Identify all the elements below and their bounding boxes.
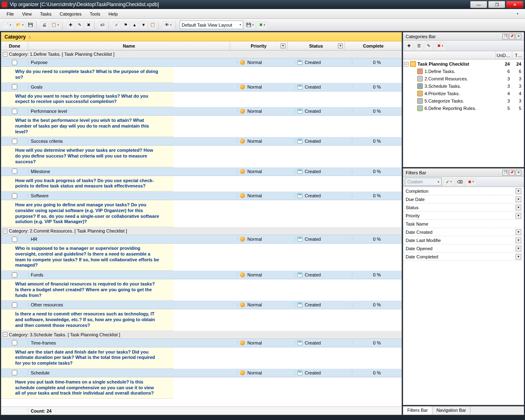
- expander-icon[interactable]: −: [3, 52, 7, 57]
- cell-priority[interactable]: Normal: [237, 169, 295, 174]
- close-button[interactable]: ✕: [506, 1, 523, 8]
- panel-maximize-button[interactable]: ❐: [502, 34, 508, 39]
- new-category-button[interactable]: ✚: [405, 42, 413, 50]
- cell-priority[interactable]: Normal: [237, 139, 295, 144]
- task-row[interactable]: Other resourcesNormalCreated0 %: [1, 301, 402, 309]
- layout-delete-button[interactable]: ✖: [256, 21, 268, 29]
- clear-filter-button[interactable]: ⌫: [456, 178, 464, 186]
- cell-status[interactable]: Created: [295, 84, 352, 89]
- cell-priority[interactable]: Normal: [237, 302, 295, 307]
- tree-item[interactable]: 1.Define Tasks.66: [403, 68, 524, 75]
- done-checkbox[interactable]: [12, 169, 17, 174]
- new-task-button[interactable]: ✚: [66, 21, 75, 29]
- task-row[interactable]: Success criteriaNormalCreated0 %: [1, 137, 402, 146]
- maximize-button[interactable]: ❐: [488, 1, 505, 8]
- cell-status[interactable]: Created: [295, 193, 352, 198]
- done-checkbox[interactable]: [12, 370, 17, 375]
- tree-item[interactable]: 5.Categorize Tasks.33: [403, 97, 524, 105]
- filter-row[interactable]: Completion▾: [403, 187, 524, 195]
- col-name[interactable]: Name: [28, 41, 230, 50]
- done-checkbox[interactable]: [12, 84, 17, 89]
- cell-name[interactable]: Purpose: [28, 60, 237, 65]
- task-row[interactable]: ScheduleNormalCreated0 %: [1, 369, 402, 377]
- filter-row[interactable]: Date Completed▾: [403, 253, 524, 261]
- dropdown-icon[interactable]: ▾: [516, 196, 521, 202]
- filter-icon[interactable]: ▾: [281, 43, 285, 48]
- category-group-header[interactable]: −Category: 2.Commit Resources. [ Task Pl…: [1, 227, 402, 235]
- cell-name[interactable]: Other resources: [28, 302, 237, 307]
- group-by-header[interactable]: Category△: [1, 32, 402, 41]
- catcol-total[interactable]: T…: [512, 51, 524, 59]
- task-row[interactable]: PurposeNormalCreated0 %: [1, 58, 402, 67]
- cell-name[interactable]: Software: [28, 193, 237, 198]
- cell-name[interactable]: Goals: [28, 84, 237, 89]
- catcol-name[interactable]: [403, 51, 496, 59]
- filter-row[interactable]: Date Created▾: [403, 228, 524, 236]
- task-row[interactable]: Time-framesNormalCreated0 %: [1, 339, 402, 347]
- dropdown-icon[interactable]: ▾: [516, 246, 521, 251]
- filter-row[interactable]: Date Last Modifie▾: [403, 236, 524, 244]
- cell-name[interactable]: Funds: [28, 272, 237, 277]
- filter-preset-combo[interactable]: Custom: [405, 178, 442, 186]
- expander-icon[interactable]: −: [404, 62, 409, 66]
- done-checkbox[interactable]: [12, 139, 17, 144]
- menu-help[interactable]: Help: [104, 10, 122, 18]
- cell-name[interactable]: Success criteria: [28, 139, 237, 144]
- cell-status[interactable]: Created: [295, 272, 352, 277]
- down-button[interactable]: ▼: [139, 21, 148, 29]
- panel-pin-button[interactable]: 📌: [509, 170, 515, 176]
- tree-item[interactable]: 6.Define Reporting Rules.55: [403, 105, 524, 112]
- task-row[interactable]: SoftwareNormalCreated0 %: [1, 192, 402, 200]
- tree-item[interactable]: 2.Commit Resources.33: [403, 75, 524, 82]
- grid-body[interactable]: −Category: 1.Define Tasks. [ Task Planni…: [1, 50, 402, 406]
- tree-root[interactable]: −Task Planning Checklist2424: [403, 60, 524, 68]
- filter-row[interactable]: Task Name: [403, 220, 524, 228]
- task-row[interactable]: Performance levelNormalCreated0 %: [1, 107, 402, 116]
- col-done[interactable]: Done: [1, 41, 28, 50]
- filter-row[interactable]: Date Opened▾: [403, 244, 524, 253]
- menu-overflow-icon[interactable]: ▾: [513, 11, 523, 17]
- edit-category-button[interactable]: ☰: [415, 42, 423, 50]
- category-group-header[interactable]: −Category: 3.Schedule Tasks. [ Task Plan…: [1, 331, 402, 339]
- done-checkbox[interactable]: [12, 237, 17, 242]
- panel-pin-button[interactable]: 📌: [509, 34, 515, 39]
- check-button[interactable]: ✓: [112, 21, 121, 29]
- done-checkbox[interactable]: [12, 60, 17, 65]
- new-button[interactable]: 📄: [2, 21, 13, 29]
- cell-status[interactable]: Created: [295, 139, 352, 144]
- menu-tools[interactable]: Tools: [86, 10, 105, 18]
- view-button[interactable]: 👁: [162, 21, 174, 29]
- filter-row[interactable]: Priority▾: [403, 212, 524, 220]
- cell-status[interactable]: Created: [295, 302, 352, 307]
- cell-status[interactable]: Created: [295, 340, 352, 345]
- up-button[interactable]: ▲: [130, 21, 139, 29]
- expander-icon[interactable]: −: [3, 332, 7, 337]
- cell-name[interactable]: Performance level: [28, 109, 237, 114]
- expander-icon[interactable]: −: [3, 229, 7, 233]
- task-row[interactable]: GoalsNormalCreated0 %: [1, 83, 402, 91]
- cell-priority[interactable]: Normal: [237, 272, 295, 277]
- task-row[interactable]: MilestoneNormalCreated0 %: [1, 167, 402, 176]
- save-button[interactable]: 💾: [26, 21, 34, 29]
- menu-file[interactable]: File: [2, 10, 18, 18]
- categories-button[interactable]: 🏷: [98, 21, 107, 29]
- cell-priority[interactable]: Normal: [237, 84, 295, 89]
- dropdown-icon[interactable]: ▾: [516, 229, 521, 235]
- done-checkbox[interactable]: [12, 272, 17, 278]
- tree-item[interactable]: 4.Prioritize Tasks.44: [403, 90, 524, 97]
- task-row[interactable]: FundsNormalCreated0 %: [1, 271, 402, 279]
- panel-close-button[interactable]: ✕: [516, 170, 521, 176]
- cell-status[interactable]: Created: [295, 109, 352, 114]
- dropdown-icon[interactable]: ▾: [516, 237, 521, 243]
- filter-row[interactable]: Due Date▾: [403, 195, 524, 203]
- cell-priority[interactable]: Normal: [237, 370, 295, 375]
- category-tree[interactable]: −Task Planning Checklist24241.Define Tas…: [403, 59, 524, 167]
- done-checkbox[interactable]: [12, 340, 17, 345]
- tab-filters-bar[interactable]: Filters Bar: [403, 406, 432, 415]
- cell-status[interactable]: Created: [295, 370, 352, 375]
- menu-categories[interactable]: Categories: [56, 10, 86, 18]
- menu-tasks[interactable]: Tasks: [36, 10, 55, 18]
- open-button[interactable]: 📂: [14, 21, 25, 29]
- cell-priority[interactable]: Normal: [237, 237, 295, 242]
- cell-name[interactable]: Milestone: [28, 169, 237, 174]
